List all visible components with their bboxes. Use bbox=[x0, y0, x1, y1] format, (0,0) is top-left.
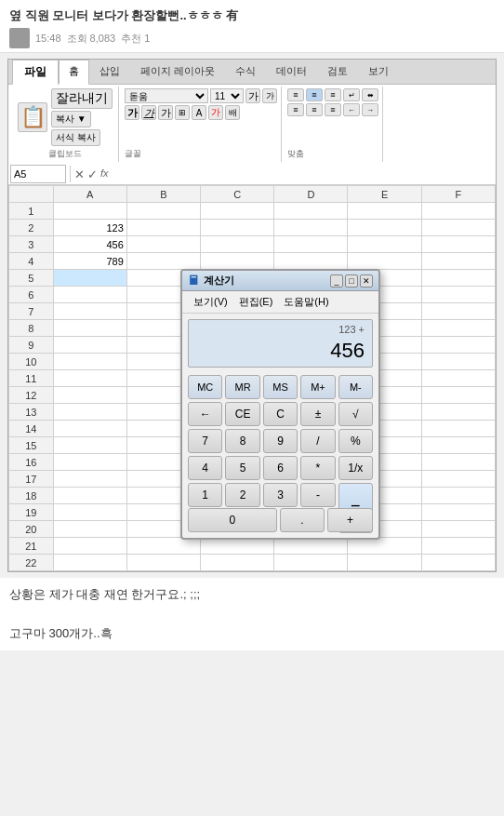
cell-F2[interactable] bbox=[421, 220, 495, 236]
cell-D2[interactable] bbox=[274, 220, 348, 236]
cell-F14[interactable] bbox=[421, 421, 495, 437]
cell-A16[interactable] bbox=[53, 454, 126, 471]
calc-4[interactable]: 4 bbox=[188, 456, 222, 480]
copy-button[interactable]: 복사 ▼ bbox=[51, 111, 91, 127]
calc-close-btn[interactable]: ✕ bbox=[360, 274, 373, 288]
cell-A20[interactable] bbox=[53, 521, 126, 538]
cell-C4[interactable] bbox=[201, 253, 274, 270]
font-italic-btn[interactable]: 가 bbox=[141, 105, 156, 120]
font-underline-btn[interactable]: 가 bbox=[158, 105, 173, 120]
merge-center[interactable]: ⬌ bbox=[362, 88, 378, 101]
calc-mminus[interactable]: M- bbox=[338, 375, 373, 399]
cell-F15[interactable] bbox=[421, 437, 495, 454]
cell-F16[interactable] bbox=[421, 454, 495, 471]
cell-F5[interactable] bbox=[421, 270, 495, 287]
calc-1[interactable]: 1 bbox=[188, 483, 222, 507]
cell-D3[interactable] bbox=[274, 236, 348, 253]
font-bold-btn[interactable]: 가 bbox=[125, 105, 139, 120]
col-header-A[interactable]: A bbox=[53, 186, 126, 203]
tab-view[interactable]: 보기 bbox=[358, 60, 399, 84]
cell-C1[interactable] bbox=[201, 203, 274, 220]
font-size-select[interactable]: 11 bbox=[210, 88, 244, 103]
calc-5[interactable]: 5 bbox=[225, 456, 259, 480]
align-top-center[interactable]: ≡ bbox=[306, 88, 323, 101]
cell-E4[interactable] bbox=[348, 253, 421, 270]
calc-ms[interactable]: MS bbox=[263, 375, 298, 399]
col-header-B[interactable]: B bbox=[126, 186, 200, 203]
cell-E21[interactable] bbox=[348, 538, 421, 555]
cell-C22[interactable] bbox=[201, 555, 274, 571]
cell-F1[interactable] bbox=[421, 203, 495, 220]
calc-ce[interactable]: CE bbox=[225, 402, 259, 426]
calc-mc[interactable]: MC bbox=[188, 375, 222, 399]
cell-B1[interactable] bbox=[126, 203, 200, 220]
cell-C2[interactable] bbox=[201, 220, 274, 236]
calc-8[interactable]: 8 bbox=[225, 429, 259, 453]
cell-A6[interactable] bbox=[53, 287, 126, 303]
font-name-select[interactable]: 돋움 bbox=[125, 88, 208, 103]
calc-plusminus[interactable]: ± bbox=[300, 402, 335, 426]
cell-A1[interactable] bbox=[53, 203, 126, 220]
tab-file[interactable]: 파일 bbox=[12, 60, 59, 85]
calc-menu-edit[interactable]: 편집(E) bbox=[233, 293, 279, 311]
cell-A9[interactable] bbox=[53, 337, 126, 354]
calc-decimal[interactable]: . bbox=[280, 508, 325, 532]
insert-function-icon[interactable]: fx bbox=[100, 167, 109, 181]
font-increase-btn[interactable]: 가 bbox=[245, 88, 260, 103]
cell-F6[interactable] bbox=[421, 287, 495, 303]
cell-A5[interactable] bbox=[53, 270, 126, 287]
calc-3[interactable]: 3 bbox=[263, 483, 298, 507]
cell-A3[interactable]: 456 bbox=[53, 236, 126, 253]
calc-reciprocal[interactable]: 1/x bbox=[338, 456, 373, 480]
cell-B3[interactable] bbox=[126, 236, 200, 253]
cell-F18[interactable] bbox=[421, 488, 495, 504]
cell-E2[interactable] bbox=[348, 220, 421, 236]
col-header-E[interactable]: E bbox=[348, 186, 421, 203]
cell-F19[interactable] bbox=[421, 504, 495, 521]
col-header-D[interactable]: D bbox=[274, 186, 348, 203]
cell-F22[interactable] bbox=[421, 555, 495, 571]
wrap-text[interactable]: ↵ bbox=[343, 88, 360, 101]
format-copy-button[interactable]: 서식 복사 bbox=[51, 129, 100, 146]
calc-9[interactable]: 9 bbox=[263, 429, 298, 453]
cell-A12[interactable] bbox=[53, 387, 126, 404]
cell-D4[interactable] bbox=[274, 253, 348, 270]
cell-F13[interactable] bbox=[421, 404, 495, 421]
cell-A19[interactable] bbox=[53, 504, 126, 521]
col-header-C[interactable]: C bbox=[201, 186, 274, 203]
calc-multiply[interactable]: * bbox=[300, 456, 335, 480]
cell-F21[interactable] bbox=[421, 538, 495, 555]
calc-divide[interactable]: / bbox=[300, 429, 335, 453]
indent-increase[interactable]: → bbox=[362, 103, 378, 116]
font-decrease-btn[interactable]: 가 bbox=[262, 88, 277, 103]
tab-review[interactable]: 검토 bbox=[317, 60, 358, 84]
fill-btn[interactable]: A bbox=[192, 105, 206, 120]
cell-D21[interactable] bbox=[274, 538, 348, 555]
cell-F7[interactable] bbox=[421, 303, 495, 320]
tab-page-layout[interactable]: 페이지 레이아웃 bbox=[130, 60, 225, 84]
cell-D1[interactable] bbox=[274, 203, 348, 220]
cell-E22[interactable] bbox=[348, 555, 421, 571]
cell-A4[interactable]: 789 bbox=[53, 253, 126, 270]
cancel-formula-icon[interactable]: ✕ bbox=[74, 167, 85, 181]
cell-A10[interactable] bbox=[53, 354, 126, 370]
font-color-btn[interactable]: 가 bbox=[208, 105, 223, 120]
calc-mr[interactable]: MR bbox=[225, 375, 259, 399]
border-btn[interactable]: ⊞ bbox=[175, 105, 190, 120]
cell-A13[interactable] bbox=[53, 404, 126, 421]
calc-backspace[interactable]: ← bbox=[188, 402, 222, 426]
cell-F11[interactable] bbox=[421, 370, 495, 387]
calc-c[interactable]: C bbox=[263, 402, 298, 426]
cell-A21[interactable] bbox=[53, 538, 126, 555]
cell-F4[interactable] bbox=[421, 253, 495, 270]
cell-B21[interactable] bbox=[126, 538, 200, 555]
calc-maximize-btn[interactable]: □ bbox=[345, 274, 358, 288]
cell-C3[interactable] bbox=[201, 236, 274, 253]
align-mid-center[interactable]: ≡ bbox=[306, 103, 323, 116]
cell-F8[interactable] bbox=[421, 320, 495, 337]
cell-F20[interactable] bbox=[421, 521, 495, 538]
calc-mplus[interactable]: M+ bbox=[300, 375, 335, 399]
align-mid-right[interactable]: ≡ bbox=[325, 103, 341, 116]
tab-home[interactable]: 홈 bbox=[59, 60, 89, 85]
cell-A8[interactable] bbox=[53, 320, 126, 337]
